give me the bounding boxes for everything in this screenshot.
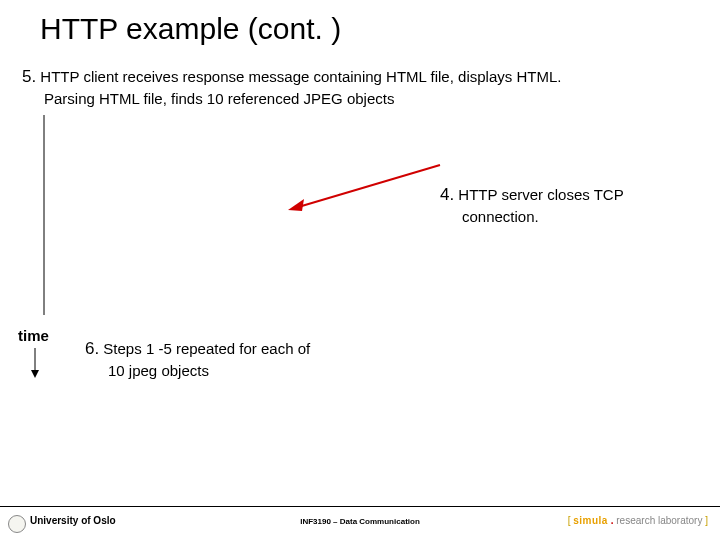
time-arrow-icon [30, 348, 40, 380]
step-6-number: 6. [85, 339, 99, 358]
svg-line-3 [295, 165, 440, 208]
server-arrow-icon [280, 160, 450, 220]
vertical-timeline [42, 115, 46, 315]
footer: University of Oslo INF3190 – Data Commun… [0, 506, 720, 540]
step-6: 6. Steps 1 -5 repeated for each of 10 jp… [85, 338, 385, 381]
slide-title: HTTP example (cont. ) [40, 12, 341, 46]
step-4-text-2: connection. [440, 207, 700, 227]
step-5-text-2: Parsing HTML file, finds 10 referenced J… [22, 89, 702, 109]
step-4: 4. HTTP server closes TCP connection. [440, 184, 700, 227]
step-6-text-2: 10 jpeg objects [85, 361, 385, 381]
step-4-number: 4. [440, 185, 454, 204]
step-5-text-1: HTTP client receives response message co… [36, 68, 561, 85]
step-5-number: 5. [22, 67, 36, 86]
step-6-text-1: Steps 1 -5 repeated for each of [99, 340, 310, 357]
step-4-text-1: HTTP server closes TCP [454, 186, 623, 203]
step-5: 5. HTTP client receives response message… [22, 66, 702, 109]
footer-lab: [ simula . research laboratory ] [568, 515, 708, 526]
lab-text: research laboratory [616, 515, 702, 526]
time-label: time [18, 327, 49, 344]
svg-marker-2 [31, 370, 39, 378]
simula-text: simula [573, 515, 608, 526]
bracket-close: ] [702, 515, 708, 526]
svg-marker-4 [288, 199, 304, 211]
